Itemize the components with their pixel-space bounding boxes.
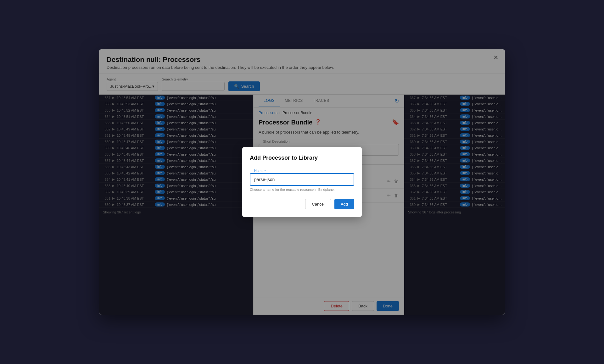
dialog-name-field: Name * Choose a name for the reusable re… <box>250 168 354 191</box>
add-processor-dialog: Add Processor to Library Name * Choose a… <box>242 147 362 217</box>
dialog-add-button[interactable]: Add <box>334 199 354 209</box>
modal-overlay: Add Processor to Library Name * Choose a… <box>99 49 505 315</box>
dialog-name-hint: Choose a name for the reusable resource … <box>250 188 354 191</box>
dialog-actions: Cancel Add <box>250 199 354 209</box>
main-modal: Destination null: Processors Destination… <box>99 49 505 315</box>
dialog-cancel-button[interactable]: Cancel <box>305 199 331 209</box>
dialog-name-input[interactable] <box>250 173 354 186</box>
dialog-title: Add Processor to Library <box>250 155 354 161</box>
dialog-name-label: Name * <box>253 169 267 173</box>
